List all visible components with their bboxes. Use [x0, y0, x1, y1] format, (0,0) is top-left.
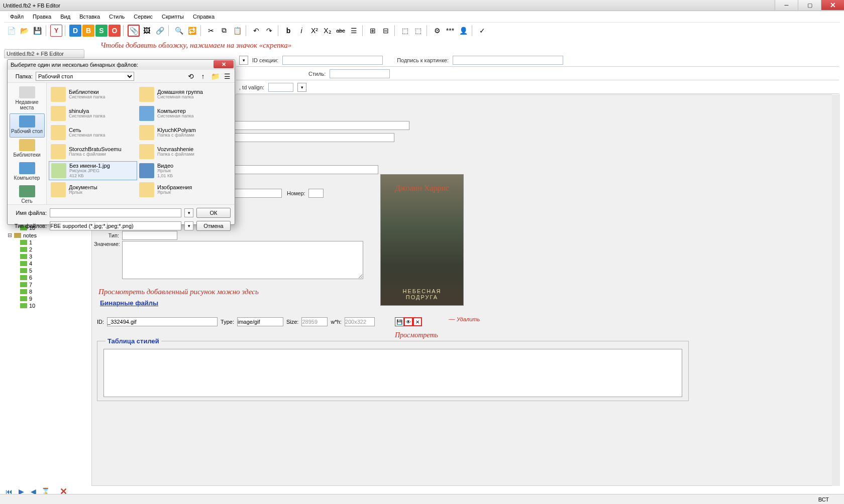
menu-insert[interactable]: Вставка — [75, 12, 104, 21]
new-file-icon[interactable]: 📄 — [5, 25, 17, 37]
copy-icon[interactable]: ⧉ — [218, 25, 230, 37]
place-network[interactable]: Сеть — [10, 184, 45, 207]
filetype-select[interactable] — [50, 221, 181, 230]
place-libraries[interactable]: Библиотеки — [10, 138, 45, 161]
place-recent[interactable]: Недавние места — [10, 85, 45, 113]
cancel-button[interactable]: Отмена — [196, 221, 231, 231]
menu-scripts[interactable]: Скрипты — [158, 12, 188, 21]
b-icon[interactable]: В — [82, 25, 94, 37]
dialog-close-button[interactable]: ✕ — [214, 60, 234, 68]
tree-item[interactable]: 8 — [4, 288, 88, 295]
user-icon[interactable]: 👤 — [457, 25, 469, 37]
menu-file[interactable]: Файл — [6, 12, 28, 21]
tree-item[interactable]: 1 — [4, 239, 88, 246]
tree-item[interactable]: 6 — [4, 274, 88, 281]
tree-item[interactable]: 2 — [4, 246, 88, 253]
number-input[interactable] — [308, 189, 324, 198]
italic-icon[interactable]: i — [295, 25, 307, 37]
dialog-folder-select[interactable]: Рабочий стол — [36, 72, 134, 81]
redo-icon[interactable]: ↷ — [263, 25, 275, 37]
settings-icon[interactable]: ⚙ — [431, 25, 443, 37]
strikethrough-icon[interactable]: abc — [335, 25, 347, 37]
file-item[interactable]: ИзображенияЯрлык — [137, 180, 226, 199]
filename-dropdown-icon[interactable]: ▾ — [184, 208, 193, 217]
tool-a-icon[interactable]: ⊞ — [367, 25, 379, 37]
document-tab[interactable]: Untitled.fb2 + FB Editor — [4, 49, 84, 58]
menu-edit[interactable]: Правка — [29, 12, 55, 21]
d-icon[interactable]: D — [69, 25, 81, 37]
dropdown-arrow-icon[interactable]: ▾ — [239, 56, 248, 65]
section-id-input[interactable] — [282, 56, 383, 65]
style-input[interactable] — [330, 69, 390, 78]
binary-delete-icon[interactable]: ✕ — [413, 317, 422, 326]
file-item[interactable]: КомпьютерСистемная папка — [137, 104, 226, 123]
file-item[interactable]: VozvrashhenieПапка с файлами — [137, 142, 226, 161]
paste-icon[interactable]: 📋 — [231, 25, 243, 37]
menu-view[interactable]: Вид — [56, 12, 74, 21]
form-field-3[interactable] — [218, 165, 378, 174]
minimize-button[interactable]: ─ — [775, 0, 798, 10]
replace-icon[interactable]: 🔁 — [186, 25, 198, 37]
file-item[interactable]: shinulyaСистемная папка — [49, 104, 137, 123]
menu-help[interactable]: Справка — [189, 12, 219, 21]
file-item[interactable]: ДокументыЯрлык — [49, 180, 137, 199]
close-button[interactable]: ✕ — [821, 0, 844, 10]
filetype-dropdown-icon[interactable]: ▾ — [184, 221, 193, 230]
superscript-icon[interactable]: X² — [308, 25, 321, 37]
validate-icon[interactable]: ✓ — [476, 25, 488, 37]
value-textarea[interactable] — [122, 241, 363, 279]
cut-icon[interactable]: ✂ — [205, 25, 217, 37]
binary-view-icon[interactable]: 👁 — [404, 317, 413, 326]
bold-icon[interactable]: b — [282, 25, 294, 37]
valign-input[interactable] — [268, 83, 293, 92]
caption-input[interactable] — [453, 56, 563, 65]
tool-d-icon[interactable]: ⬚ — [412, 25, 424, 37]
file-item[interactable]: Домашняя группаСистемная папка — [137, 85, 226, 104]
tool-c-icon[interactable]: ⬚ — [399, 25, 411, 37]
file-item[interactable]: ВидеоЯрлык1,01 КБ — [137, 161, 226, 180]
binary-id-input[interactable] — [107, 317, 218, 326]
binary-save-icon[interactable]: 💾 — [395, 317, 404, 326]
file-item[interactable]: StorozhBratuSvoemuПапка с файлами — [49, 142, 137, 161]
s-icon[interactable]: S — [95, 25, 108, 37]
code-icon[interactable]: ☰ — [348, 25, 360, 37]
undo-icon[interactable]: ↶ — [250, 25, 262, 37]
find-icon[interactable]: 🔍 — [173, 25, 185, 37]
dialog-view-icon[interactable]: ☰ — [223, 72, 232, 81]
vertical-scrollbar[interactable] — [832, 94, 840, 486]
file-item[interactable]: KlyuchKPolyamПапка с файлами — [137, 123, 226, 142]
dialog-back-icon[interactable]: ⟲ — [186, 72, 195, 81]
tool-b-icon[interactable]: ⊟ — [380, 25, 392, 37]
tree-item[interactable]: 5 — [4, 267, 88, 274]
menu-style[interactable]: Стиль — [105, 12, 129, 21]
file-item[interactable]: БиблиотекиСистемная папка — [49, 85, 137, 104]
tree-item[interactable]: 4 — [4, 260, 88, 267]
yandex-icon[interactable]: Y — [50, 25, 62, 37]
valign-dropdown-icon[interactable]: ▾ — [297, 83, 306, 92]
menu-service[interactable]: Сервис — [130, 12, 157, 21]
dialog-newfolder-icon[interactable]: 📁 — [210, 72, 220, 81]
o-icon[interactable]: O — [109, 25, 121, 37]
filename-input[interactable] — [50, 208, 181, 217]
more-icon[interactable]: *** — [444, 25, 456, 37]
tree-item[interactable]: 9 — [4, 295, 88, 302]
open-file-icon[interactable]: 📂 — [18, 25, 30, 37]
tree-item[interactable]: 7 — [4, 281, 88, 288]
link-icon[interactable]: 🔗 — [154, 25, 166, 37]
maximize-button[interactable]: ▢ — [798, 0, 821, 10]
file-item[interactable]: СетьСистемная папка — [49, 123, 137, 142]
tree-item[interactable]: 10 — [4, 302, 88, 309]
binary-type-input[interactable] — [237, 317, 283, 326]
save-icon[interactable]: 💾 — [31, 25, 43, 37]
form-field-1[interactable] — [218, 121, 409, 130]
dialog-up-icon[interactable]: ↑ — [198, 72, 207, 81]
file-item[interactable]: Без имени-1.jpgРисунок JPEG412 КБ — [49, 161, 137, 180]
form-field-2[interactable] — [218, 133, 394, 142]
image-icon[interactable]: 🖼 — [141, 25, 153, 37]
place-computer[interactable]: Компьютер — [10, 161, 45, 184]
attach-cover-icon[interactable]: 📎 — [128, 25, 140, 37]
styles-textarea[interactable] — [103, 349, 682, 397]
ok-button[interactable]: ОК — [196, 208, 231, 218]
tree-item[interactable]: 3 — [4, 253, 88, 260]
subscript-icon[interactable]: X₂ — [322, 25, 334, 37]
